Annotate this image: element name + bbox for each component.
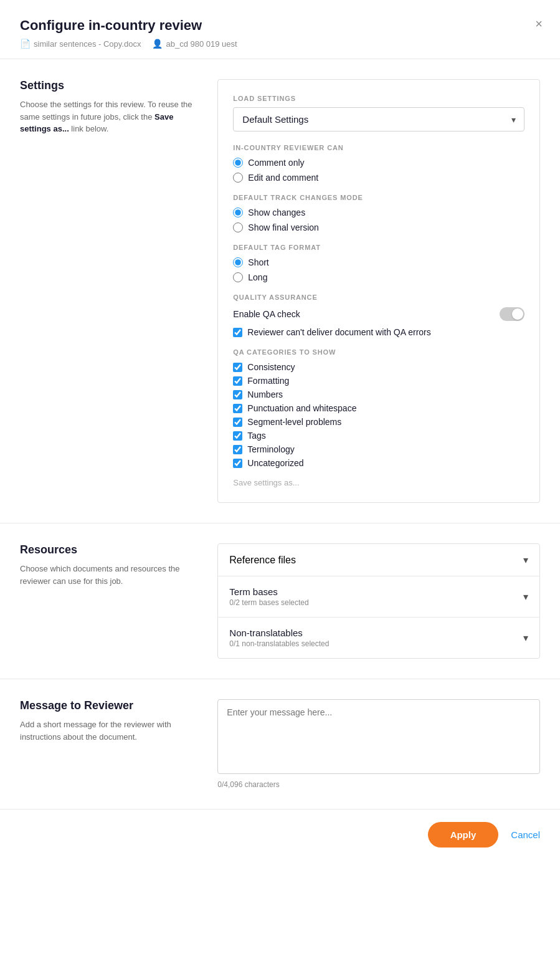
track-changes-radio-group: Show changes Show final version [233,208,524,232]
resources-right: Reference files ▾ Term bases 0/2 term ba… [217,543,540,659]
non-translatables-subtitle: 0/1 non-translatables selected [229,639,329,648]
track-changes-label: DEFAULT TRACK CHANGES MODE [233,194,524,201]
term-bases-title: Term bases [229,586,308,597]
qa-toggle-switch[interactable] [500,307,524,321]
save-settings-link[interactable]: Save settings as... [233,478,524,487]
resources-section: Resources Choose which documents and res… [0,523,560,679]
qa-toggle-label: Enable QA check [233,309,300,319]
qa-category-punctuation[interactable]: Punctuation and whitespace [233,403,524,413]
resource-panel: Reference files ▾ Term bases 0/2 term ba… [217,543,540,659]
message-textarea[interactable] [217,699,540,774]
document-icon: 📄 [20,39,31,49]
tag-format-long-label: Long [248,272,267,282]
non-translatables-chevron-icon: ▾ [523,632,528,644]
char-count: 0/4,096 characters [217,780,540,789]
user-label: ab_cd 980 019 uest [166,39,237,49]
reviewer-option-edit[interactable]: Edit and comment [233,173,524,183]
term-bases-chevron-icon: ▾ [523,591,528,603]
modal-title: Configure in-country review [20,17,540,34]
load-settings-select[interactable]: Default Settings [233,107,524,131]
qa-label-numbers: Numbers [247,389,283,399]
message-heading: Message to Reviewer [20,699,197,712]
qa-label: QUALITY ASSURANCE [233,294,524,301]
settings-section: Settings Choose the settings for this re… [0,59,560,523]
tag-format-long[interactable]: Long [233,272,524,282]
message-right: 0/4,096 characters [217,699,540,789]
term-bases-subtitle: 0/2 term bases selected [229,598,308,607]
load-settings-label: LOAD SETTINGS [233,95,524,102]
reviewer-label: IN-COUNTRY REVIEWER CAN [233,144,524,151]
non-translatables-title: Non-translatables [229,628,329,638]
qa-checkbox-tags[interactable] [233,431,242,441]
close-button[interactable]: × [535,17,543,30]
tag-format-label: DEFAULT TAG FORMAT [233,244,524,251]
qa-label-uncategorized: Uncategorized [247,458,303,468]
non-translatables-content: Non-translatables 0/1 non-translatables … [229,628,329,648]
tag-format-radio-group: Short Long [233,257,524,282]
message-section: Message to Reviewer Add a short message … [0,679,560,809]
qa-category-tags[interactable]: Tags [233,431,524,441]
message-description: Add a short message for the reviewer wit… [20,719,197,743]
message-left: Message to Reviewer Add a short message … [20,699,217,789]
non-translatables-row[interactable]: Non-translatables 0/1 non-translatables … [218,618,539,658]
qa-category-terminology[interactable]: Terminology [233,444,524,454]
reviewer-option-comment[interactable]: Comment only [233,158,524,168]
settings-panel: LOAD SETTINGS Default Settings ▾ IN-COUN… [217,79,540,503]
qa-category-formatting[interactable]: Formatting [233,376,524,386]
cancel-button[interactable]: Cancel [511,829,540,840]
qa-checkbox-punctuation[interactable] [233,404,242,413]
qa-checkbox-segment[interactable] [233,418,242,427]
reviewer-radio-edit[interactable] [233,173,243,183]
apply-button[interactable]: Apply [428,822,499,848]
qa-category-consistency[interactable]: Consistency [233,362,524,372]
resources-description: Choose which documents and resources the… [20,563,197,587]
tag-format-radio-long[interactable] [233,272,243,282]
qa-categories-label: QA CATEGORIES TO SHOW [233,348,524,356]
term-bases-row[interactable]: Term bases 0/2 term bases selected ▾ [218,576,539,618]
term-bases-content: Term bases 0/2 term bases selected [229,586,308,607]
reviewer-edit-label: Edit and comment [248,173,318,183]
tag-format-short-label: Short [248,257,268,267]
qa-category-numbers[interactable]: Numbers [233,389,524,399]
track-changes-radio-show[interactable] [233,208,243,217]
qa-toggle-row: Enable QA check [233,307,524,321]
modal-meta: 📄 similar sentences - Copy.docx 👤 ab_cd … [20,39,540,49]
filename-meta: 📄 similar sentences - Copy.docx [20,39,141,49]
reviewer-radio-group: Comment only Edit and comment [233,158,524,183]
qa-label-punctuation: Punctuation and whitespace [247,403,356,413]
qa-checkbox-formatting[interactable] [233,376,242,386]
track-changes-show[interactable]: Show changes [233,208,524,217]
reviewer-radio-comment[interactable] [233,158,243,168]
track-changes-radio-final[interactable] [233,222,243,232]
qa-label-terminology: Terminology [247,444,294,454]
user-meta: 👤 ab_cd 980 019 uest [152,39,237,49]
track-changes-final-label: Show final version [248,222,319,232]
reviewer-comment-label: Comment only [248,158,304,168]
tag-format-radio-short[interactable] [233,257,243,267]
reference-files-row[interactable]: Reference files ▾ [218,544,539,576]
qa-checkbox-consistency[interactable] [233,363,242,372]
modal-footer: Apply Cancel [0,809,560,860]
resources-heading: Resources [20,543,197,556]
settings-left: Settings Choose the settings for this re… [20,79,217,503]
load-settings-select-wrapper: Default Settings ▾ [233,107,524,131]
configure-modal: Configure in-country review 📄 similar se… [0,0,560,979]
qa-categories-group: Consistency Formatting Numbers Punctuati… [233,362,524,468]
track-changes-final[interactable]: Show final version [233,222,524,232]
qa-reviewer-checkbox-item[interactable]: Reviewer can't deliver document with QA … [233,327,524,337]
reference-files-title: Reference files [229,555,296,566]
reference-files-chevron-icon: ▾ [523,554,528,566]
qa-checkbox-terminology[interactable] [233,445,242,454]
qa-category-uncategorized[interactable]: Uncategorized [233,458,524,468]
track-changes-show-label: Show changes [248,208,305,217]
settings-heading: Settings [20,79,197,92]
qa-checkbox-numbers[interactable] [233,390,242,399]
qa-label-segment: Segment-level problems [247,417,341,427]
user-icon: 👤 [152,39,163,49]
qa-category-segment[interactable]: Segment-level problems [233,417,524,427]
qa-checkbox-uncategorized[interactable] [233,459,242,468]
modal-header: Configure in-country review 📄 similar se… [0,0,560,59]
tag-format-short[interactable]: Short [233,257,524,267]
qa-reviewer-checkbox[interactable] [233,328,242,337]
settings-right: LOAD SETTINGS Default Settings ▾ IN-COUN… [217,79,540,503]
